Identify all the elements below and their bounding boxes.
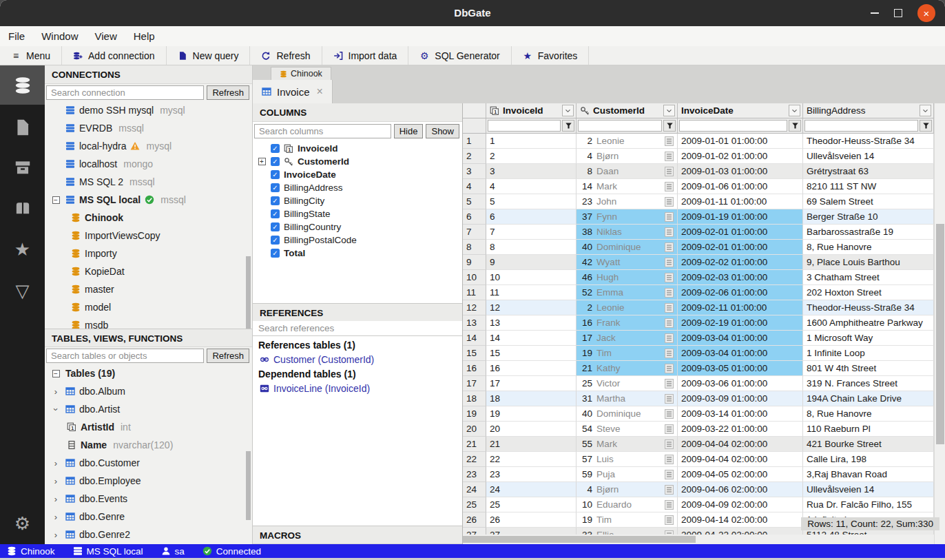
checkbox-icon[interactable]: ✓ xyxy=(271,196,280,205)
search-connection-input[interactable] xyxy=(46,85,204,100)
vertical-scrollbar[interactable] xyxy=(934,103,945,544)
cell-invoiceid[interactable]: 4 xyxy=(486,179,577,194)
toolbar-favorites-button[interactable]: ★Favorites xyxy=(512,46,590,65)
cell-invoiceid[interactable]: 7 xyxy=(486,225,577,240)
row-number-cell[interactable]: 9 xyxy=(463,255,486,270)
rail-files-button[interactable] xyxy=(0,115,45,140)
cell-invoiceid[interactable]: 17 xyxy=(486,376,577,391)
cell-invoicedate[interactable]: 2009-02-01 01:00:00 xyxy=(678,225,803,240)
toolbar-new-query-button[interactable]: New query xyxy=(167,46,251,65)
row-number-cell[interactable]: 2 xyxy=(463,149,486,164)
rail-history-button[interactable] xyxy=(0,195,45,220)
database-item[interactable]: msdb xyxy=(45,316,252,329)
show-columns-button[interactable]: Show xyxy=(426,124,459,138)
cell-customerid[interactable]: 42Wyatt xyxy=(577,255,678,270)
cell-billingaddress[interactable]: Theodor-Heuss-Straße 34 xyxy=(803,134,934,149)
row-number-cell[interactable]: 15 xyxy=(463,346,486,361)
cell-customerid[interactable]: 10Eduardo xyxy=(577,497,678,512)
toolbar-add-connection-button[interactable]: Add connection xyxy=(62,46,167,65)
cell-customerid[interactable]: 59Puja xyxy=(577,467,678,482)
filter-funnel-button[interactable] xyxy=(789,120,801,132)
row-detail-icon[interactable] xyxy=(665,500,674,510)
table-tree-item[interactable]: ›dbo.Album xyxy=(45,382,252,400)
row-detail-icon[interactable] xyxy=(665,303,674,313)
chevron-expanded-icon[interactable]: › xyxy=(51,408,61,411)
tables-root-item[interactable]: −Tables (19) xyxy=(45,364,252,382)
cell-invoicedate[interactable]: 2009-02-03 01:00:00 xyxy=(678,270,803,285)
grid-header-invoiceDate[interactable]: InvoiceDate xyxy=(678,103,803,118)
cell-customerid[interactable]: 40Dominique xyxy=(577,240,678,255)
column-checkbox-item[interactable]: ✓InvoiceDate xyxy=(253,168,462,181)
connection-item[interactable]: EVRDBmssql xyxy=(45,119,252,137)
cell-invoicedate[interactable]: 2009-02-01 01:00:00 xyxy=(678,240,803,255)
row-number-cell[interactable]: 22 xyxy=(463,452,486,467)
database-item[interactable]: model xyxy=(45,298,252,316)
row-number-cell[interactable]: 26 xyxy=(463,512,486,528)
cell-invoiceid[interactable]: 25 xyxy=(486,497,577,512)
cell-billingaddress[interactable]: 1 Infinite Loop xyxy=(803,346,934,361)
column-checkbox-item[interactable]: +✓CustomerId xyxy=(253,155,462,168)
row-detail-icon[interactable] xyxy=(665,258,674,267)
row-detail-icon[interactable] xyxy=(665,515,674,525)
row-number-cell[interactable]: 23 xyxy=(463,467,486,482)
connection-item[interactable]: MS SQL 2mssql xyxy=(45,173,252,191)
statusbar-chinook[interactable]: Chinook xyxy=(7,546,55,557)
row-number-cell[interactable]: 19 xyxy=(463,406,486,422)
rail-archive-button[interactable] xyxy=(0,155,45,180)
cell-invoiceid[interactable]: 11 xyxy=(486,285,577,300)
cell-customerid[interactable]: 25Victor xyxy=(577,376,678,391)
cell-billingaddress[interactable]: Grétrystraat 63 xyxy=(803,164,934,179)
cell-customerid[interactable]: 52Emma xyxy=(577,285,678,300)
filter-input-invoiceDate[interactable] xyxy=(679,120,787,132)
cell-invoicedate[interactable]: 2009-04-09 02:00:00 xyxy=(678,497,803,512)
chevron-collapsed-icon[interactable]: › xyxy=(54,386,57,397)
toolbar-refresh-button[interactable]: Refresh xyxy=(250,46,322,65)
statusbar-ms-sql-local[interactable]: MS SQL local xyxy=(73,546,143,557)
cell-customerid[interactable]: 46Hugh xyxy=(577,270,678,285)
cell-billingaddress[interactable]: 1600 Amphitheatre Parkway xyxy=(803,315,934,331)
collapse-expander-icon[interactable]: − xyxy=(52,370,60,377)
collapse-expander-icon[interactable]: − xyxy=(52,196,60,204)
table-column-item[interactable]: 1ArtistIdint xyxy=(45,418,252,436)
row-detail-icon[interactable] xyxy=(665,394,674,404)
column-menu-button[interactable] xyxy=(562,105,574,116)
cell-billingaddress[interactable]: Ullevålsveien 14 xyxy=(803,149,934,164)
cell-customerid[interactable]: 17Jack xyxy=(577,331,678,346)
row-detail-icon[interactable] xyxy=(665,470,674,479)
rail-settings-button[interactable]: ⚙ xyxy=(0,511,45,536)
chevron-collapsed-icon[interactable]: › xyxy=(54,458,57,468)
cell-customerid[interactable]: 55Mark xyxy=(577,437,678,452)
cell-invoicedate[interactable]: 2009-03-05 01:00:00 xyxy=(678,361,803,376)
cell-invoicedate[interactable]: 2009-02-11 01:00:00 xyxy=(678,300,803,315)
cell-invoiceid[interactable]: 26 xyxy=(486,512,577,528)
cell-invoicedate[interactable]: 2009-03-04 01:00:00 xyxy=(678,346,803,361)
column-checkbox-item[interactable]: ✓BillingCity xyxy=(253,194,462,207)
close-icon[interactable]: × xyxy=(317,86,323,97)
grid-header-customer[interactable]: CustomerId xyxy=(577,103,678,118)
tables-scrollbar-thumb[interactable] xyxy=(246,451,251,520)
checkbox-icon[interactable]: ✓ xyxy=(271,170,280,179)
row-number-cell[interactable]: 18 xyxy=(463,391,486,406)
statusbar-connected[interactable]: Connected xyxy=(202,546,261,557)
menu-file[interactable]: File xyxy=(8,30,25,42)
search-references-input[interactable] xyxy=(253,321,462,336)
row-number-cell[interactable]: 10 xyxy=(463,270,486,285)
connection-item[interactable]: demo SSH mysqlmysql xyxy=(45,101,252,119)
cell-invoicedate[interactable]: 2009-04-06 02:00:00 xyxy=(678,482,803,497)
expand-expander-icon[interactable]: + xyxy=(258,158,266,165)
row-detail-icon[interactable] xyxy=(665,273,674,282)
filter-funnel-button[interactable] xyxy=(562,120,574,132)
cell-customerid[interactable]: 4Bjørn xyxy=(577,482,678,497)
row-number-cell[interactable]: 25 xyxy=(463,497,486,512)
chevron-collapsed-icon[interactable]: › xyxy=(54,494,57,504)
statusbar-sa[interactable]: sa xyxy=(161,546,185,557)
cell-invoiceid[interactable]: 5 xyxy=(486,194,577,209)
cell-billingaddress[interactable]: 8210 111 ST NW xyxy=(803,179,934,194)
checkbox-icon[interactable]: ✓ xyxy=(271,222,280,231)
cell-invoicedate[interactable]: 2009-01-06 01:00:00 xyxy=(678,179,803,194)
connections-scrollbar-thumb[interactable] xyxy=(246,256,251,329)
cell-invoiceid[interactable]: 18 xyxy=(486,391,577,406)
cell-invoiceid[interactable]: 20 xyxy=(486,422,577,437)
tab-group-chinook[interactable]: Chinook xyxy=(271,67,331,80)
search-columns-input[interactable] xyxy=(254,124,391,138)
